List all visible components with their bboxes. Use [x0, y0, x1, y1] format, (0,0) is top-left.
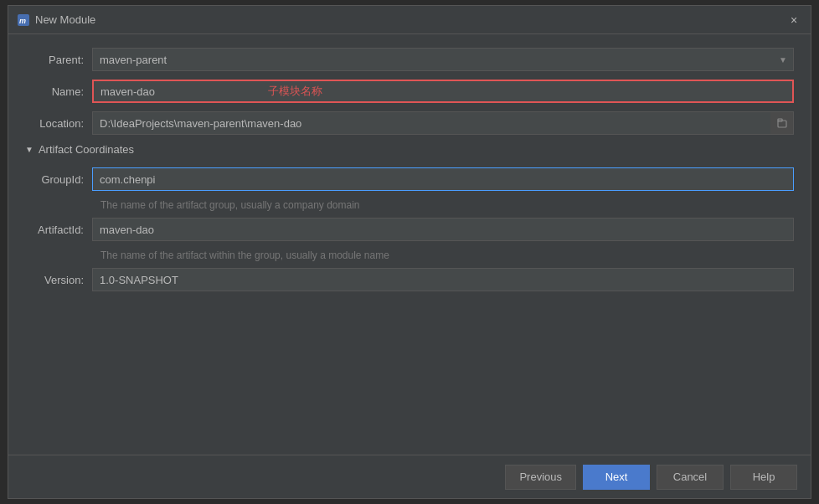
artifactid-label: ArtifactId: — [25, 224, 92, 236]
previous-button[interactable]: Previous — [505, 465, 576, 490]
artifact-section-title: Artifact Coordinates — [39, 143, 134, 156]
browse-button[interactable] — [770, 111, 794, 135]
title-bar: m New Module × — [8, 6, 811, 34]
artifactid-hint: The name of the artifact within the grou… — [100, 249, 794, 261]
dialog-title: New Module — [35, 13, 95, 26]
svg-text:m: m — [19, 17, 26, 25]
location-wrapper — [92, 111, 794, 135]
name-input[interactable] — [92, 80, 794, 103]
groupid-hint: The name of the artifact group, usually … — [100, 199, 794, 211]
title-bar-left: m New Module — [17, 13, 95, 27]
version-field — [92, 268, 794, 291]
groupid-label: GroupId: — [25, 173, 92, 186]
parent-row: Parent: maven-parent — [25, 48, 794, 71]
artifactid-row: ArtifactId: — [25, 218, 794, 241]
parent-select[interactable]: maven-parent — [92, 48, 794, 71]
artifact-section-header: ▼ Artifact Coordinates — [25, 143, 794, 156]
dialog-icon: m — [17, 13, 30, 27]
groupid-field — [92, 167, 794, 191]
section-toggle-icon[interactable]: ▼ — [25, 145, 33, 154]
location-label: Location: — [25, 117, 92, 130]
parent-select-wrapper: maven-parent — [92, 48, 794, 71]
name-input-wrapper: 子模块名称 — [92, 80, 794, 103]
groupid-input[interactable] — [92, 167, 794, 191]
name-label: Name: — [25, 85, 92, 98]
groupid-row: GroupId: — [25, 167, 794, 191]
name-row: Name: 子模块名称 — [25, 80, 794, 103]
dialog-content: Parent: maven-parent Name: 子模块名称 Locatio… — [8, 34, 811, 455]
help-button[interactable]: Help — [730, 465, 797, 490]
dialog-footer: Previous Next Cancel Help — [8, 455, 811, 498]
artifactid-input[interactable] — [92, 218, 794, 241]
close-button[interactable]: × — [786, 12, 802, 28]
artifactid-field — [92, 218, 794, 241]
version-label: Version: — [25, 274, 92, 286]
new-module-dialog: m New Module × Parent: maven-parent Name… — [8, 5, 811, 499]
parent-label: Parent: — [25, 54, 92, 66]
next-button[interactable]: Next — [583, 465, 650, 490]
location-row: Location: — [25, 111, 794, 135]
version-input[interactable] — [92, 268, 794, 291]
cancel-button[interactable]: Cancel — [657, 465, 724, 490]
location-input[interactable] — [92, 111, 794, 135]
version-row: Version: — [25, 268, 794, 291]
